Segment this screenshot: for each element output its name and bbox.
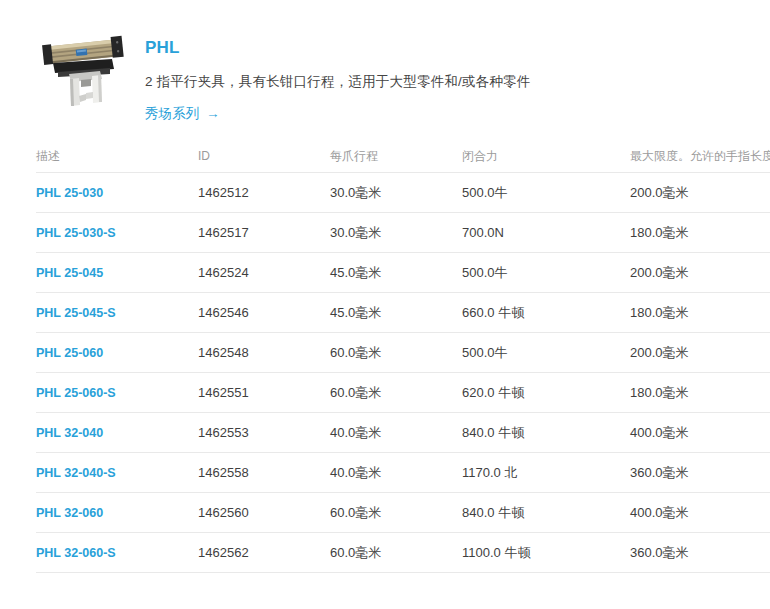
- gripper-illustration: [36, 22, 128, 110]
- cell-stroke-per-jaw: 30.0毫米: [330, 224, 462, 242]
- table-row: PHL 32-040-S 1462558 40.0毫米 1170.0 北 360…: [36, 453, 770, 493]
- cell-id: 1462551: [198, 385, 330, 400]
- product-link[interactable]: PHL 25-030: [36, 186, 103, 200]
- arrow-right-icon: →: [206, 106, 220, 121]
- cell-id: 1462553: [198, 425, 330, 440]
- cell-max-finger-length: 360.0毫米: [630, 464, 770, 482]
- series-info: PHL 2 指平行夹具，具有长钳口行程，适用于大型零件和/或各种零件 秀场系列→: [145, 38, 531, 123]
- cell-id: 1462517: [198, 225, 330, 240]
- cell-stroke-per-jaw: 45.0毫米: [330, 264, 462, 282]
- cell-max-finger-length: 200.0毫米: [630, 184, 770, 202]
- table-row: PHL 25-045 1462524 45.0毫米 500.0牛 200.0毫米: [36, 253, 770, 293]
- cell-max-finger-length: 200.0毫米: [630, 344, 770, 362]
- product-link[interactable]: PHL 25-030-S: [36, 226, 116, 240]
- product-link[interactable]: PHL 32-040: [36, 426, 103, 440]
- product-link[interactable]: PHL 25-045: [36, 266, 103, 280]
- series-title[interactable]: PHL: [145, 38, 531, 58]
- cell-closing-force: 840.0 牛顿: [462, 424, 630, 442]
- cell-stroke-per-jaw: 45.0毫米: [330, 304, 462, 322]
- cell-description: PHL 25-045-S: [36, 305, 198, 320]
- cell-closing-force: 500.0牛: [462, 264, 630, 282]
- product-link[interactable]: PHL 32-040-S: [36, 466, 116, 480]
- table-row: PHL 32-060 1462560 60.0毫米 840.0 牛顿 400.0…: [36, 493, 770, 533]
- cell-closing-force: 500.0牛: [462, 344, 630, 362]
- series-link[interactable]: 秀场系列→: [145, 105, 220, 123]
- column-header-stroke-per-jaw: 每爪行程: [330, 148, 462, 165]
- cell-max-finger-length: 200.0毫米: [630, 264, 770, 282]
- cell-closing-force: 620.0 牛顿: [462, 384, 630, 402]
- cell-closing-force: 660.0 牛顿: [462, 304, 630, 322]
- product-link[interactable]: PHL 25-045-S: [36, 306, 116, 320]
- cell-id: 1462558: [198, 465, 330, 480]
- table-row: PHL 25-030-S 1462517 30.0毫米 700.0N 180.0…: [36, 213, 770, 253]
- cell-stroke-per-jaw: 40.0毫米: [330, 464, 462, 482]
- cell-id: 1462512: [198, 185, 330, 200]
- table-row: PHL 25-060 1462548 60.0毫米 500.0牛 200.0毫米: [36, 333, 770, 373]
- cell-closing-force: 1170.0 北: [462, 464, 630, 482]
- table-body: PHL 25-030 1462512 30.0毫米 500.0牛 200.0毫米…: [36, 173, 770, 573]
- cell-max-finger-length: 180.0毫米: [630, 304, 770, 322]
- series-link-label: 秀场系列: [145, 106, 199, 121]
- cell-max-finger-length: 360.0毫米: [630, 544, 770, 562]
- table-row: PHL 25-045-S 1462546 45.0毫米 660.0 牛顿 180…: [36, 293, 770, 333]
- cell-description: PHL 32-040-S: [36, 465, 198, 480]
- product-link[interactable]: PHL 32-060-S: [36, 546, 116, 560]
- cell-closing-force: 700.0N: [462, 225, 630, 240]
- series-description: 2 指平行夹具，具有长钳口行程，适用于大型零件和/或各种零件: [145, 73, 531, 91]
- cell-description: PHL 32-060: [36, 505, 198, 520]
- product-link[interactable]: PHL 25-060: [36, 346, 103, 360]
- cell-stroke-per-jaw: 60.0毫米: [330, 384, 462, 402]
- product-image-phl-gripper[interactable]: [36, 22, 128, 110]
- series-header: PHL 2 指平行夹具，具有长钳口行程，适用于大型零件和/或各种零件 秀场系列→: [0, 0, 770, 140]
- cell-description: PHL 25-060-S: [36, 385, 198, 400]
- cell-description: PHL 32-060-S: [36, 545, 198, 560]
- cell-description: PHL 32-040: [36, 425, 198, 440]
- table-header-row: 描述 ID 每爪行程 闭合力 最大限度。允许的手指长度: [36, 140, 770, 173]
- cell-id: 1462546: [198, 305, 330, 320]
- product-link[interactable]: PHL 25-060-S: [36, 386, 116, 400]
- table-row: PHL 25-060-S 1462551 60.0毫米 620.0 牛顿 180…: [36, 373, 770, 413]
- cell-id: 1462548: [198, 345, 330, 360]
- cell-max-finger-length: 400.0毫米: [630, 504, 770, 522]
- cell-stroke-per-jaw: 60.0毫米: [330, 544, 462, 562]
- cell-max-finger-length: 180.0毫米: [630, 224, 770, 242]
- cell-stroke-per-jaw: 60.0毫米: [330, 504, 462, 522]
- product-link[interactable]: PHL 32-060: [36, 506, 103, 520]
- cell-closing-force: 1100.0 牛顿: [462, 544, 630, 562]
- table-row: PHL 32-060-S 1462562 60.0毫米 1100.0 牛顿 36…: [36, 533, 770, 573]
- cell-description: PHL 25-030-S: [36, 225, 198, 240]
- cell-description: PHL 25-030: [36, 185, 198, 200]
- product-variant-table: 描述 ID 每爪行程 闭合力 最大限度。允许的手指长度 PHL 25-030 1…: [36, 140, 770, 573]
- cell-id: 1462524: [198, 265, 330, 280]
- cell-description: PHL 25-045: [36, 265, 198, 280]
- cell-stroke-per-jaw: 60.0毫米: [330, 344, 462, 362]
- cell-max-finger-length: 180.0毫米: [630, 384, 770, 402]
- column-header-description: 描述: [36, 148, 198, 165]
- cell-closing-force: 840.0 牛顿: [462, 504, 630, 522]
- table-row: PHL 25-030 1462512 30.0毫米 500.0牛 200.0毫米: [36, 173, 770, 213]
- column-header-closing-force: 闭合力: [462, 148, 630, 165]
- column-header-id: ID: [198, 149, 330, 163]
- cell-stroke-per-jaw: 30.0毫米: [330, 184, 462, 202]
- cell-id: 1462562: [198, 545, 330, 560]
- table-row: PHL 32-040 1462553 40.0毫米 840.0 牛顿 400.0…: [36, 413, 770, 453]
- cell-max-finger-length: 400.0毫米: [630, 424, 770, 442]
- cell-id: 1462560: [198, 505, 330, 520]
- cell-closing-force: 500.0牛: [462, 184, 630, 202]
- cell-description: PHL 25-060: [36, 345, 198, 360]
- column-header-max-finger-length: 最大限度。允许的手指长度: [630, 148, 770, 165]
- cell-stroke-per-jaw: 40.0毫米: [330, 424, 462, 442]
